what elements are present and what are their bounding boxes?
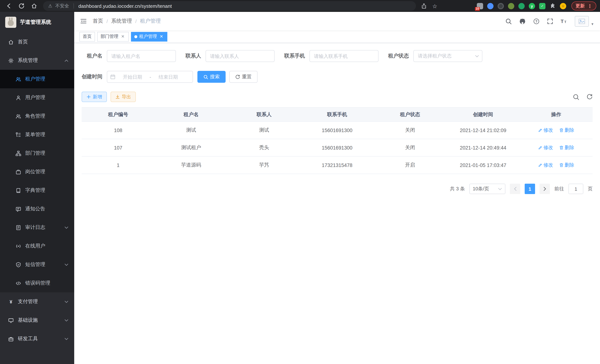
page-size-select[interactable]: 10条/页 <box>469 184 505 194</box>
chevron-down-icon <box>498 187 502 190</box>
status-select-placeholder: 请选择租户状态 <box>418 53 451 59</box>
toggle-search-icon[interactable] <box>573 94 579 100</box>
status-label: 租户状态 <box>388 53 409 59</box>
search-button[interactable]: 搜索 <box>197 71 225 83</box>
goto-page-input[interactable] <box>568 184 583 194</box>
extension-icon-7[interactable]: ✓ <box>539 3 545 9</box>
extension-icon-5[interactable] <box>518 3 525 9</box>
app-title: 芋道管理系统 <box>20 19 51 26</box>
prev-page-button[interactable] <box>510 184 520 194</box>
security-label[interactable]: 不安全 <box>55 3 69 9</box>
sidebar-item-label: 基础设施 <box>18 317 38 324</box>
tab-tenant[interactable]: 租户管理 ✕ <box>131 32 167 41</box>
sidebar-fold-icon[interactable] <box>80 18 87 25</box>
phone-input[interactable] <box>309 50 378 62</box>
online-users-icon <box>16 243 21 249</box>
top-navbar: 首页 / 系统管理 / 租户管理 ? <box>74 12 600 30</box>
user-avatar[interactable]: ▼ <box>575 16 594 27</box>
sidebar-item-dict[interactable]: 字典管理 <box>0 181 74 200</box>
delete-link[interactable]: 删除 <box>559 127 574 134</box>
extension-badge: 10 <box>475 7 480 10</box>
delete-link[interactable]: 删除 <box>559 162 574 168</box>
start-date-input[interactable] <box>117 74 148 80</box>
create-time-range-picker[interactable]: - <box>107 71 193 83</box>
share-icon[interactable] <box>421 3 427 9</box>
profile-avatar-icon[interactable]: ☺ <box>560 3 566 9</box>
fullscreen-icon[interactable] <box>547 18 553 24</box>
extension-icon-6[interactable]: y <box>529 3 535 9</box>
sidebar-item-user[interactable]: 用户管理 <box>0 88 74 107</box>
add-button[interactable]: 新增 <box>82 92 107 102</box>
sidebar-item-system[interactable]: 系统管理 <box>0 51 74 70</box>
sidebar-item-post[interactable]: 岗位管理 <box>0 162 74 181</box>
export-button[interactable]: 导出 <box>111 92 136 102</box>
extension-icon-3[interactable] <box>497 3 504 9</box>
close-icon[interactable]: ✕ <box>120 34 125 39</box>
font-size-icon[interactable]: TT <box>561 18 567 24</box>
breadcrumb: 首页 / 系统管理 / 租户管理 <box>93 18 161 25</box>
column-header-created: 创建时间 <box>447 107 519 121</box>
cell-phone: 15601691300 <box>300 121 374 139</box>
delete-label: 删除 <box>564 162 574 168</box>
org-tree-icon <box>16 150 21 156</box>
sidebar-item-dept[interactable]: 部门管理 <box>0 144 74 162</box>
table-header-row: 租户编号 租户名 联系人 联系手机 租户状态 创建时间 操作 <box>82 107 593 121</box>
column-header-status: 租户状态 <box>374 107 447 121</box>
next-page-button[interactable] <box>540 184 550 194</box>
tenant-name-input[interactable] <box>107 50 176 62</box>
tab-dept[interactable]: 部门管理 ✕ <box>97 32 129 41</box>
header-search-icon[interactable] <box>505 18 512 24</box>
sidebar-item-tenant[interactable]: 租户管理 <box>0 70 74 88</box>
close-icon[interactable]: ✕ <box>159 34 164 39</box>
delete-link[interactable]: 删除 <box>559 144 574 151</box>
edit-label: 修改 <box>544 144 553 151</box>
column-header-contact: 联系人 <box>228 107 300 121</box>
add-button-label: 新增 <box>93 94 102 100</box>
sidebar-item-role[interactable]: 角色管理 <box>0 107 74 125</box>
dictionary-icon <box>16 187 21 193</box>
edit-link[interactable]: 修改 <box>538 144 553 151</box>
tab-home[interactable]: 首页 <box>79 32 95 41</box>
refresh-table-icon[interactable] <box>587 94 593 100</box>
logo-area[interactable]: 芋道管理系统 <box>0 12 74 33</box>
breadcrumb-system[interactable]: 系统管理 <box>111 18 132 25</box>
puzzle-extensions-icon[interactable] <box>550 3 556 9</box>
back-icon[interactable] <box>6 3 12 9</box>
sidebar-item-home[interactable]: 首页 <box>0 33 74 51</box>
edit-link[interactable]: 修改 <box>538 127 553 134</box>
sidebar-item-payment[interactable]: ¥ 支付管理 <box>0 292 74 311</box>
status-select[interactable]: 请选择租户状态 <box>413 50 482 62</box>
url-text[interactable]: dashboard.yudao.iocoder.cn/system/tenant <box>78 3 172 9</box>
reset-button[interactable]: 重置 <box>229 71 258 83</box>
extension-icon-2[interactable] <box>487 3 494 9</box>
sidebar-item-online-users[interactable]: 在线用户 <box>0 237 74 255</box>
extension-icon-1[interactable]: 10 <box>477 3 483 9</box>
sidebar-item-sms[interactable]: 短信管理 <box>0 255 74 274</box>
extension-icon-4[interactable] <box>508 3 514 9</box>
sidebar-item-infrastructure[interactable]: 基础设施 <box>0 311 74 329</box>
breadcrumb-home[interactable]: 首页 <box>93 18 103 25</box>
end-date-input[interactable] <box>153 74 184 80</box>
sidebar-item-error-code[interactable]: 错误码管理 <box>0 274 74 292</box>
tab-label: 首页 <box>83 33 92 40</box>
sidebar-item-audit-log[interactable]: 审计日志 <box>0 218 74 237</box>
address-bar[interactable]: ⚠ 不安全 dashboard.yudao.iocoder.cn/system/… <box>43 1 416 11</box>
chevron-down-icon <box>65 263 68 266</box>
export-button-label: 导出 <box>122 94 131 100</box>
contact-input[interactable] <box>206 50 275 62</box>
sidebar-item-notice[interactable]: 通知公告 <box>0 200 74 218</box>
reload-icon[interactable] <box>19 3 25 9</box>
github-icon[interactable] <box>519 18 526 25</box>
edit-link[interactable]: 修改 <box>538 162 553 168</box>
chrome-menu-icon[interactable]: ⋮ <box>587 3 592 9</box>
sidebar-item-menu[interactable]: 菜单管理 <box>0 125 74 144</box>
bookmark-star-icon[interactable]: ☆ <box>432 3 437 9</box>
help-icon[interactable]: ? <box>533 18 540 24</box>
sidebar-item-label: 短信管理 <box>25 261 45 268</box>
sidebar-item-dev-tools[interactable]: 研发工具 <box>0 329 74 348</box>
browser-update-button[interactable]: 更新 ⋮ <box>572 1 596 10</box>
home-icon[interactable] <box>31 3 37 9</box>
page-number-1[interactable]: 1 <box>525 184 535 194</box>
update-label: 更新 <box>575 3 585 9</box>
svg-text:T: T <box>561 19 564 24</box>
